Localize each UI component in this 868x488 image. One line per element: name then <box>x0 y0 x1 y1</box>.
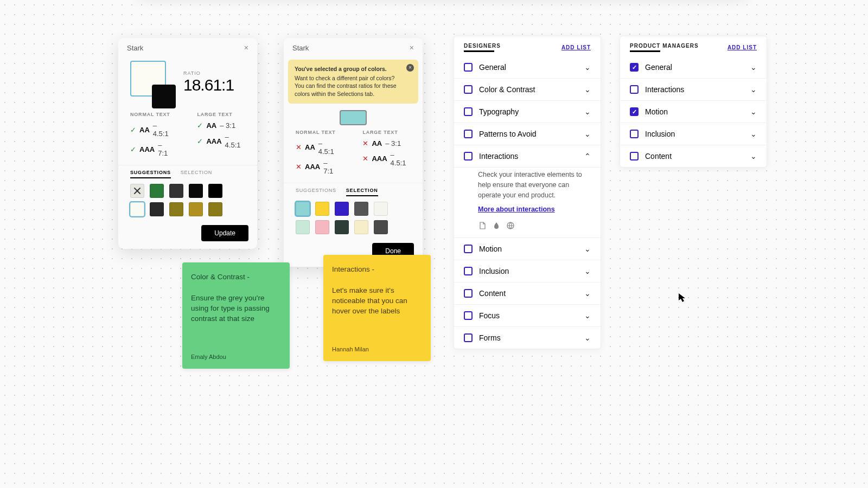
chevron-down-icon[interactable]: ⌄ <box>584 107 591 116</box>
chevron-down-icon[interactable]: ⌄ <box>584 311 591 320</box>
chevron-down-icon[interactable]: ⌄ <box>584 333 591 342</box>
swatch[interactable] <box>208 184 222 198</box>
sticky-title: Interactions - <box>332 265 422 275</box>
checklist-item[interactable]: Inclusion ⌄ <box>454 260 601 282</box>
swatch[interactable] <box>354 202 368 216</box>
chevron-down-icon[interactable]: ⌄ <box>584 130 591 138</box>
notice-close-icon[interactable]: × <box>406 64 414 72</box>
checkbox[interactable] <box>630 85 639 94</box>
checkbox[interactable] <box>630 152 639 160</box>
close-icon[interactable]: × <box>244 43 248 52</box>
swatch[interactable] <box>130 184 144 198</box>
swatch[interactable] <box>296 220 310 234</box>
checklist-item[interactable]: Content ⌄ <box>454 282 601 304</box>
ratio-block: RATIO 18.61:1 <box>183 70 234 94</box>
swatch[interactable] <box>335 202 349 216</box>
checklist-label: Inclusion <box>645 130 675 138</box>
checklist-label: Color & Contrast <box>479 85 535 94</box>
chevron-up-icon[interactable]: ⌃ <box>584 152 591 160</box>
add-list-button[interactable]: ADD LIST <box>727 44 757 50</box>
check-icon: ✓ <box>197 137 203 145</box>
checkbox[interactable] <box>464 130 473 138</box>
swatch[interactable] <box>374 202 388 216</box>
tab-selection[interactable]: SELECTION <box>346 188 378 196</box>
chevron-down-icon[interactable]: ⌄ <box>750 107 757 116</box>
chevron-down-icon[interactable]: ⌄ <box>584 85 591 94</box>
close-icon[interactable]: × <box>410 43 414 52</box>
add-list-button[interactable]: ADD LIST <box>561 44 591 50</box>
chevron-down-icon[interactable]: ⌄ <box>750 152 757 160</box>
panel-header: Stark × <box>118 38 257 55</box>
checkbox[interactable] <box>464 107 473 116</box>
swatch[interactable] <box>208 202 222 216</box>
checklist-item[interactable]: Interactions ⌃ <box>454 145 601 167</box>
checkbox[interactable] <box>464 289 473 298</box>
drop-icon <box>492 221 501 230</box>
tab-suggestions[interactable]: SUGGESTIONS <box>130 170 171 178</box>
chevron-down-icon[interactable]: ⌄ <box>750 130 757 138</box>
comp-aa-large: ✕AA– 3:1 <box>362 139 411 147</box>
chevron-down-icon[interactable]: ⌄ <box>584 63 591 72</box>
checklist-item[interactable]: Color & Contrast ⌄ <box>454 78 601 100</box>
sticky-note-green[interactable]: Color & Contrast - Ensure the grey you'r… <box>182 262 290 369</box>
swatch[interactable] <box>169 202 183 216</box>
comp-aa-normal: ✓AA– 4.5:1 <box>130 121 173 138</box>
update-button[interactable]: Update <box>201 225 248 241</box>
checkbox[interactable] <box>464 85 473 94</box>
checklist-item[interactable]: Interactions ⌄ <box>620 78 767 100</box>
stark-selection-panel: Stark × × You've selected a group of col… <box>284 38 423 267</box>
sticky-note-yellow[interactable]: Interactions - Let's make sure it's noti… <box>323 255 431 361</box>
more-link[interactable]: More about interactions <box>478 204 555 215</box>
checklist-item[interactable]: Inclusion ⌄ <box>620 123 767 145</box>
checklist-label: Motion <box>479 245 502 253</box>
checkbox[interactable] <box>464 267 473 275</box>
checklist-item[interactable]: Motion ⌄ <box>620 100 767 123</box>
chevron-down-icon[interactable]: ⌄ <box>750 85 757 94</box>
swatch[interactable] <box>315 202 329 216</box>
checklist-title: PRODUCT MANAGERS <box>630 43 699 52</box>
checklist-item[interactable]: Content ⌄ <box>620 145 767 167</box>
swatch-suggestions <box>118 178 257 222</box>
checkbox[interactable] <box>464 245 473 253</box>
checkbox[interactable] <box>464 333 473 342</box>
chevron-down-icon[interactable]: ⌄ <box>750 63 757 72</box>
swatch[interactable] <box>189 202 203 216</box>
swatch[interactable] <box>374 220 388 234</box>
checklist-item[interactable]: Typography ⌄ <box>454 100 601 123</box>
checklist-item[interactable]: General ⌄ <box>620 56 767 78</box>
chevron-down-icon[interactable]: ⌄ <box>584 267 591 275</box>
checklist-label: Motion <box>645 107 668 116</box>
checklist-item[interactable]: Patterns to Avoid ⌄ <box>454 123 601 145</box>
swatch-background[interactable] <box>152 85 176 108</box>
tab-selection[interactable]: SELECTION <box>181 170 212 178</box>
checklist-item[interactable]: General ⌄ <box>454 56 601 78</box>
chevron-down-icon[interactable]: ⌄ <box>584 245 591 253</box>
checkbox[interactable] <box>464 152 473 160</box>
checkbox[interactable] <box>630 63 639 72</box>
tab-suggestions[interactable]: SUGGESTIONS <box>296 188 336 196</box>
checklist-label: Patterns to Avoid <box>479 130 537 138</box>
checklist-item[interactable]: Motion ⌄ <box>454 237 601 260</box>
swatch[interactable] <box>150 184 164 198</box>
checkbox[interactable] <box>630 107 639 116</box>
checklist-body: Check your interactive elements to help … <box>454 167 601 237</box>
checkbox[interactable] <box>630 130 639 138</box>
checkbox[interactable] <box>464 311 473 320</box>
swatch[interactable] <box>189 184 203 198</box>
notice-title: You've selected a group of colors. <box>295 65 403 73</box>
checklist-item[interactable]: Forms ⌄ <box>454 326 601 349</box>
chevron-down-icon[interactable]: ⌄ <box>584 289 591 298</box>
checklist-item[interactable]: Focus ⌄ <box>454 304 601 326</box>
designers-checklist: DESIGNERS ADD LIST General ⌄ Color & Con… <box>454 36 601 349</box>
checklist-label: Content <box>479 289 506 298</box>
swatch[interactable] <box>169 184 183 198</box>
swatch[interactable] <box>315 220 329 234</box>
swatch[interactable] <box>354 220 368 234</box>
pm-checklist: PRODUCT MANAGERS ADD LIST General ⌄ Inte… <box>620 36 767 168</box>
swatch[interactable] <box>130 202 144 216</box>
stark-contrast-panel: Stark × RATIO 18.61:1 NORMAL TEXT ✓AA– 4… <box>118 38 257 249</box>
checkbox[interactable] <box>464 63 473 72</box>
swatch[interactable] <box>335 220 349 234</box>
swatch[interactable] <box>150 202 164 216</box>
swatch[interactable] <box>296 202 310 216</box>
